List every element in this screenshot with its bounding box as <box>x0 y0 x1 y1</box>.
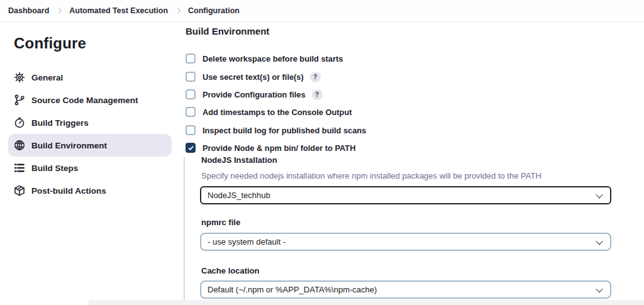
checkbox-label[interactable]: Provide Configuration files <box>203 90 306 99</box>
add-timestamps-checkbox[interactable] <box>186 107 196 117</box>
nodejs-installation-label: NodeJS Installation <box>201 155 277 165</box>
page-title: Configure <box>14 35 86 52</box>
sidebar-item-source-code-management[interactable]: Source Code Management <box>8 89 172 111</box>
checkbox-row: Use secret text(s) or file(s) ? <box>186 71 321 82</box>
help-icon[interactable]: ? <box>310 72 321 82</box>
breadcrumb-item-job[interactable]: Automated Test Execution <box>69 6 168 15</box>
checkbox-row: Inspect build log for published build sc… <box>186 125 366 136</box>
delete-workspace-checkbox[interactable] <box>186 53 196 64</box>
list-icon <box>14 162 25 174</box>
chevron-right-icon <box>57 8 62 13</box>
nodejs-installation-description: Specify needed nodejs installation where… <box>201 171 541 180</box>
help-icon[interactable]: ? <box>312 89 323 100</box>
sidebar-item-label: Build Environment <box>31 141 107 150</box>
chevron-right-icon <box>175 8 180 13</box>
cache-location-label: Cache location <box>201 266 259 275</box>
inspect-build-log-checkbox[interactable] <box>186 125 196 135</box>
breadcrumb-item-configuration[interactable]: Configuration <box>188 6 240 15</box>
cache-location-select[interactable]: Default (~/.npm or %APP_DATA%\npm-cache) <box>200 280 611 299</box>
section-title: Build Environment <box>186 26 269 36</box>
gear-icon <box>14 72 25 83</box>
checkbox-row: Delete workspace before build starts <box>186 53 343 64</box>
sidebar-item-label: Build Triggers <box>31 118 89 128</box>
sidebar-item-label: General <box>31 73 63 82</box>
checkbox-row: Add timestamps to the Console Output <box>186 106 352 118</box>
provide-configuration-files-checkbox[interactable] <box>186 89 196 99</box>
checkbox-label[interactable]: Delete workspace before build starts <box>203 54 343 64</box>
sidebar-item-label: Source Code Management <box>31 96 138 105</box>
npmrc-file-select[interactable]: - use system default - <box>200 233 611 251</box>
configure-sidebar: General Source Code Management Build Tri… <box>8 66 172 202</box>
checkbox-row: Provide Configuration files ? <box>186 89 323 100</box>
checkbox-label[interactable]: Add timestamps to the Console Output <box>203 108 352 117</box>
provide-node-npm-checkbox[interactable] <box>186 143 196 153</box>
bottom-bar-edge <box>89 300 644 305</box>
npmrc-file-label: npmrc file <box>201 218 240 227</box>
checkbox-label[interactable]: Use secret text(s) or file(s) <box>203 72 304 82</box>
nodejs-installation-select[interactable]: NodeJS_techhub <box>200 186 611 204</box>
sidebar-item-build-steps[interactable]: Build Steps <box>8 157 172 179</box>
globe-icon <box>14 140 25 151</box>
checkbox-label[interactable]: Inspect build log for published build sc… <box>203 126 366 135</box>
check-icon <box>187 145 194 152</box>
breadcrumb: Dashboard Automated Test Execution Confi… <box>0 0 644 22</box>
use-secret-text-checkbox[interactable] <box>186 72 196 82</box>
sidebar-item-label: Post-build Actions <box>31 186 106 196</box>
git-branch-icon <box>14 94 25 106</box>
breadcrumb-item-dashboard[interactable]: Dashboard <box>8 6 49 15</box>
timer-icon <box>14 117 25 128</box>
sidebar-item-post-build-actions[interactable]: Post-build Actions <box>8 179 172 202</box>
checkbox-label[interactable]: Provide Node & npm bin/ folder to PATH <box>203 143 355 153</box>
sidebar-item-build-triggers[interactable]: Build Triggers <box>8 111 172 134</box>
section-indent-line <box>184 157 185 300</box>
checkbox-row: Provide Node & npm bin/ folder to PATH <box>186 142 355 153</box>
sidebar-item-general[interactable]: General <box>8 66 172 89</box>
cube-icon <box>14 185 25 196</box>
sidebar-item-build-environment[interactable]: Build Environment <box>8 134 172 157</box>
sidebar-item-label: Build Steps <box>31 164 78 173</box>
